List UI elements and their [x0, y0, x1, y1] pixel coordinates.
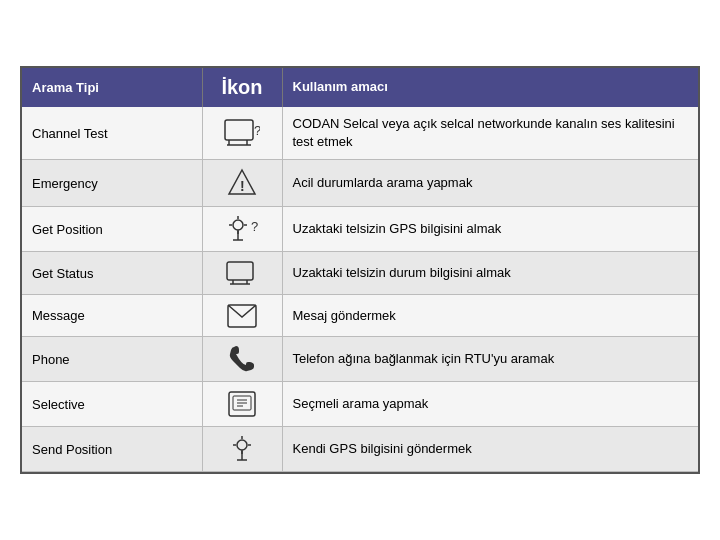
svg-point-25	[237, 440, 247, 450]
table-row: Get StatusUzaktaki telsizin durum bilgis…	[22, 252, 698, 295]
svg-rect-15	[227, 262, 253, 280]
table-header-row: Arama Tipi İkon Kullanım amacı	[22, 68, 698, 107]
cell-type: Send Position	[22, 427, 202, 472]
header-icon: İkon	[202, 68, 282, 107]
cell-icon	[202, 427, 282, 472]
table-row: SelectiveSeçmeli arama yapmak	[22, 382, 698, 427]
cell-type: Channel Test	[22, 107, 202, 160]
cell-desc: Uzaktaki telsizin durum bilgisini almak	[282, 252, 698, 295]
table-row: Get Position?Uzaktaki telsizin GPS bilgi…	[22, 207, 698, 252]
cell-icon	[202, 252, 282, 295]
svg-point-7	[233, 220, 243, 230]
cell-desc: Acil durumlarda arama yapmak	[282, 160, 698, 207]
cell-desc: Mesaj göndermek	[282, 295, 698, 337]
cell-desc: Telefon ağına bağlanmak için RTU'yu aram…	[282, 337, 698, 382]
svg-text:!: !	[240, 178, 245, 194]
table-row: Emergency!Acil durumlarda arama yapmak	[22, 160, 698, 207]
table-row: MessageMesaj göndermek	[22, 295, 698, 337]
cell-type: Message	[22, 295, 202, 337]
header-type: Arama Tipi	[22, 68, 202, 107]
cell-desc: Kendi GPS bilgisini göndermek	[282, 427, 698, 472]
cell-icon: ?	[202, 107, 282, 160]
table-row: PhoneTelefon ağına bağlanmak için RTU'yu…	[22, 337, 698, 382]
cell-icon	[202, 295, 282, 337]
table-row: Channel Test?CODAN Selcal veya açık selc…	[22, 107, 698, 160]
svg-text:?: ?	[254, 123, 260, 138]
table-row: Send PositionKendi GPS bilgisini gönderm…	[22, 427, 698, 472]
header-desc: Kullanım amacı	[282, 68, 698, 107]
cell-icon	[202, 382, 282, 427]
cell-desc: Seçmeli arama yapmak	[282, 382, 698, 427]
cell-icon: ?	[202, 207, 282, 252]
cell-type: Phone	[22, 337, 202, 382]
cell-desc: CODAN Selcal veya açık selcal networkund…	[282, 107, 698, 160]
svg-text:?: ?	[251, 219, 258, 234]
cell-type: Emergency	[22, 160, 202, 207]
cell-icon	[202, 337, 282, 382]
call-types-table: Arama Tipi İkon Kullanım amacı Channel T…	[22, 68, 698, 472]
cell-type: Selective	[22, 382, 202, 427]
svg-rect-0	[225, 120, 253, 140]
cell-icon: !	[202, 160, 282, 207]
main-table-container: Arama Tipi İkon Kullanım amacı Channel T…	[20, 66, 700, 474]
cell-desc: Uzaktaki telsizin GPS bilgisini almak	[282, 207, 698, 252]
cell-type: Get Position	[22, 207, 202, 252]
cell-type: Get Status	[22, 252, 202, 295]
